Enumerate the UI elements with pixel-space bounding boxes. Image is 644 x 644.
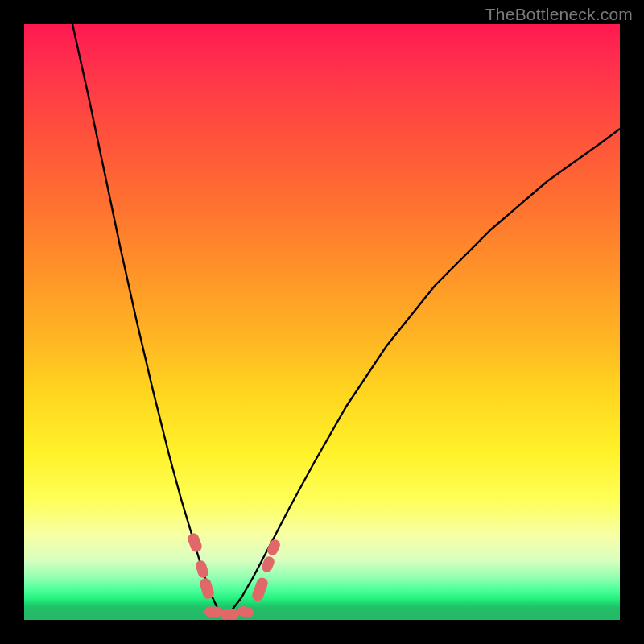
bottleneck-marker (186, 531, 203, 553)
outer-frame: TheBottleneck.com (0, 0, 644, 644)
plot-area (24, 24, 620, 620)
bottleneck-marker (204, 607, 222, 617)
bottleneck-curve (24, 24, 620, 620)
watermark-text: TheBottleneck.com (485, 5, 633, 24)
bottleneck-marker (237, 605, 254, 618)
bottleneck-marker (194, 559, 209, 580)
bottleneck-marker (266, 538, 282, 557)
bottleneck-marker (220, 609, 239, 620)
bottleneck-marker (250, 576, 269, 603)
